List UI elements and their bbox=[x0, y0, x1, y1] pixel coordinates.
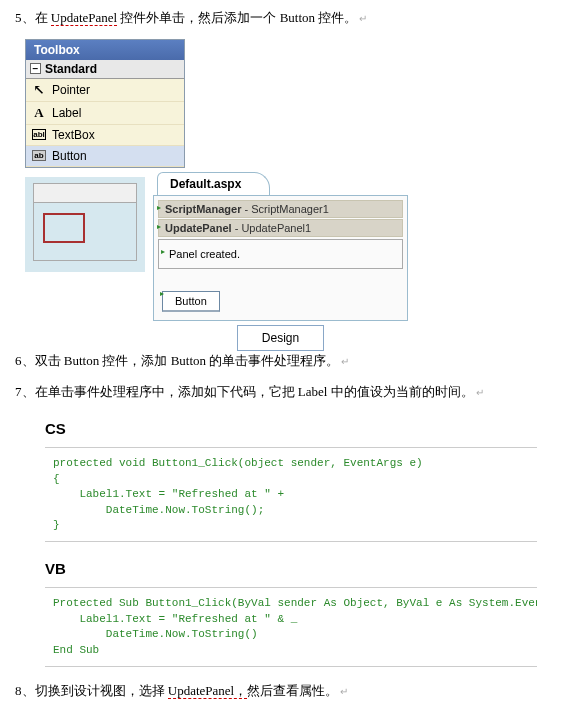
scriptmanager-bar[interactable]: ScriptManager - ScriptManager1 bbox=[158, 200, 403, 218]
designer-panel: Default.aspx ScriptManager - ScriptManag… bbox=[153, 172, 408, 351]
toolbox-section-header[interactable]: − Standard bbox=[26, 60, 184, 79]
updatepanel-body: Panel created. bbox=[158, 239, 403, 269]
design-tab-button[interactable]: Design bbox=[237, 325, 324, 351]
cs-code-block: protected void Button1_Click(object send… bbox=[45, 447, 537, 542]
file-tab[interactable]: Default.aspx bbox=[157, 172, 270, 195]
textbox-icon: abl bbox=[32, 129, 46, 140]
designer-row: Default.aspx ScriptManager - ScriptManag… bbox=[25, 172, 547, 351]
toolbox-item-label: Button bbox=[52, 149, 87, 163]
cs-header: CS bbox=[45, 420, 547, 437]
toolbox-title: Toolbox bbox=[26, 40, 184, 60]
layout-thumbnail bbox=[25, 177, 145, 272]
label-icon: A bbox=[32, 105, 46, 121]
toolbox-item-label: TextBox bbox=[52, 128, 95, 142]
step-6: 6、双击 Button 控件，添加 Button 的单击事件处理程序。 bbox=[15, 351, 547, 372]
pointer-icon: ↖ bbox=[32, 82, 46, 98]
vb-code-block: Protected Sub Button1_Click(ByVal sender… bbox=[45, 587, 537, 667]
collapse-icon[interactable]: − bbox=[30, 63, 41, 74]
scriptmanager-name: ScriptManager bbox=[165, 203, 241, 215]
highlight-box bbox=[43, 213, 85, 243]
toolbox-item-label: Pointer bbox=[52, 83, 90, 97]
toolbox-item-button[interactable]: ab Button bbox=[26, 146, 184, 167]
toolbox-item-textbox[interactable]: abl TextBox bbox=[26, 125, 184, 146]
toolbox-item-pointer[interactable]: ↖ Pointer bbox=[26, 79, 184, 102]
toolbox-item-label: Label bbox=[52, 106, 81, 120]
panel-created-text: Panel created. bbox=[163, 244, 398, 264]
updatepanel-bar[interactable]: UpdatePanel - UpdatePanel1 bbox=[158, 219, 403, 237]
toolbox-container: Toolbox − Standard ↖ Pointer A Label abl… bbox=[25, 39, 547, 168]
design-surface[interactable]: ScriptManager - ScriptManager1 UpdatePan… bbox=[153, 195, 408, 321]
toolbox-section-label: Standard bbox=[45, 62, 97, 76]
button-icon: ab bbox=[32, 150, 46, 161]
vb-header: VB bbox=[45, 560, 547, 577]
updatepanel-name: UpdatePanel bbox=[165, 222, 232, 234]
underline-updatepanel-2: UpdatePanel， bbox=[168, 683, 247, 699]
inner-button-control[interactable]: Button bbox=[162, 291, 220, 312]
step-5: 5、在 UpdatePanel 控件外单击，然后添加一个 Button 控件。 bbox=[15, 8, 547, 29]
underline-updatepanel: UpdatePanel bbox=[51, 10, 117, 26]
toolbox: Toolbox − Standard ↖ Pointer A Label abl… bbox=[25, 39, 185, 168]
updatepanel-id: UpdatePanel1 bbox=[241, 222, 311, 234]
toolbox-item-label[interactable]: A Label bbox=[26, 102, 184, 125]
blank-line bbox=[15, 712, 547, 717]
step-8: 8、切换到设计视图，选择 UpdatePanel，然后查看属性。 bbox=[15, 681, 547, 702]
scriptmanager-id: ScriptManager1 bbox=[251, 203, 329, 215]
step-7: 7、在单击事件处理程序中，添加如下代码，它把 Label 中的值设为当前的时间。 bbox=[15, 382, 547, 403]
